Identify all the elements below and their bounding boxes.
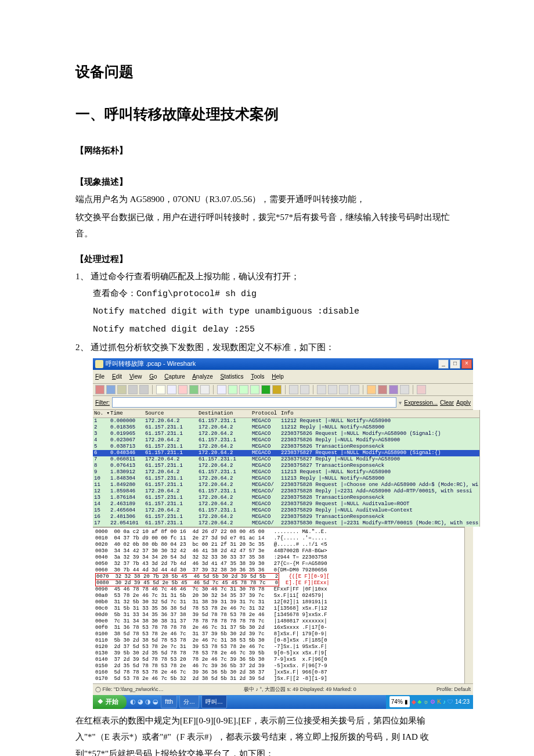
menu-tools[interactable]: Tools bbox=[251, 373, 264, 380]
tray-icon: ⚙ bbox=[430, 696, 435, 707]
tb-reload-icon[interactable] bbox=[189, 385, 199, 394]
col-info[interactable]: Info bbox=[281, 411, 478, 417]
col-proto[interactable]: Protocol bbox=[252, 411, 281, 417]
tb-cols-icon[interactable] bbox=[350, 385, 359, 394]
packet-list[interactable]: No. ▾ Time Source Destination Protocol I… bbox=[93, 410, 479, 527]
hex-scrollbar[interactable] bbox=[464, 527, 473, 683]
packet-row[interactable]: 20.01836561.157.231.1172.20.64.2MEGACO11… bbox=[93, 424, 479, 431]
tray-icon: ♣ bbox=[418, 696, 422, 707]
menu-file[interactable]: File bbox=[95, 373, 104, 380]
col-dest[interactable]: Destination bbox=[199, 411, 252, 417]
packet-row[interactable]: 142.46318961.157.231.1172.20.64.2MEGACO2… bbox=[93, 501, 479, 507]
proc-output1: Notify matched digit with type unambiguo… bbox=[75, 304, 459, 321]
menu-statistics[interactable]: Statistics bbox=[221, 373, 244, 380]
tb-zoom1-icon[interactable] bbox=[339, 385, 348, 394]
tray-icon: 🛡 bbox=[448, 696, 453, 707]
close-button[interactable]: × bbox=[461, 359, 472, 369]
tray-clock: 14:23 bbox=[455, 696, 470, 707]
tray-icon: ◆ bbox=[412, 696, 416, 707]
tb-fwd-icon[interactable] bbox=[239, 385, 248, 394]
tb-icon[interactable] bbox=[367, 385, 376, 394]
filter-clear[interactable]: Clear bbox=[440, 397, 454, 408]
filter-expression[interactable]: Expression... bbox=[404, 397, 438, 408]
col-no[interactable]: No. ▾ bbox=[94, 411, 110, 417]
tb-icon[interactable] bbox=[106, 385, 116, 394]
tb-open-icon[interactable] bbox=[156, 385, 165, 394]
heading-case: 一、呼叫转移故障处理技术案例 bbox=[75, 100, 459, 128]
packet-row[interactable]: 30.01996561.157.231.1172.20.64.2MEGACO22… bbox=[93, 431, 479, 437]
menu-edit[interactable]: Edit bbox=[112, 373, 122, 380]
menu-view[interactable]: View bbox=[129, 373, 142, 380]
tray-icon: ♪ bbox=[443, 696, 446, 707]
status-file: File: "D:\fang_zw\work\c… bbox=[103, 686, 164, 692]
task-button[interactable]: 分… bbox=[179, 695, 199, 708]
hex-pane[interactable]: 0000 00 0a c2 10 af 8f 00 16 4d 26 d7 22… bbox=[93, 527, 464, 683]
menu-analyze[interactable]: Analyze bbox=[192, 373, 213, 380]
battery-icon: 74% ▮ bbox=[389, 696, 410, 707]
wireshark-toolbar[interactable] bbox=[93, 384, 473, 396]
windows-taskbar[interactable]: ❖ 开始 ◐ ◕ ◑ ◒ ftth 分… 呼叫… 74% ▮ ◆ ♣ ☼ ⚙ K… bbox=[93, 695, 473, 709]
packet-scrollbar[interactable] bbox=[479, 410, 480, 527]
tb-icon[interactable] bbox=[289, 385, 298, 394]
start-button[interactable]: ❖ 开始 bbox=[93, 695, 127, 709]
explanation-para: 在红框表示的数图中规定为[EF][0-9][0-9E].[EF，表示前三位接受相… bbox=[75, 712, 459, 756]
menu-help[interactable]: Help bbox=[272, 373, 284, 380]
tb-help-icon[interactable] bbox=[417, 385, 426, 394]
min-button[interactable]: _ bbox=[438, 359, 449, 369]
col-source[interactable]: Source bbox=[145, 411, 199, 417]
tb-icon[interactable] bbox=[300, 385, 309, 394]
tb-icon[interactable] bbox=[389, 385, 398, 394]
menu-capture[interactable]: Capture bbox=[164, 373, 185, 380]
wireshark-titlebar: 呼叫转移故障 .pcap - Wireshark _ □ × bbox=[93, 358, 473, 370]
packet-header-row[interactable]: No. ▾ Time Source Destination Protocol I… bbox=[93, 410, 479, 418]
menu-go[interactable]: Go bbox=[149, 373, 157, 380]
packet-row[interactable]: 80.07641361.157.231.1172.20.64.2MEGACO22… bbox=[93, 463, 479, 469]
packet-row[interactable]: 40.023067172.20.64.261.157.231.1MEGACO22… bbox=[93, 437, 479, 444]
tb-icon[interactable] bbox=[128, 385, 138, 394]
desc-line2: 软交换平台数据已做，用户在进行呼叫转接时，拨完*57*后有拨号音，继续输入转接号… bbox=[75, 209, 459, 242]
tb-icon[interactable] bbox=[95, 385, 104, 394]
packet-row[interactable]: 50.03871361.157.231.1172.20.64.2MEGACO22… bbox=[93, 444, 479, 450]
wireshark-title: 呼叫转移故障 .pcap - Wireshark bbox=[106, 358, 196, 370]
packet-row[interactable]: 1722.05410161.157.231.1172.20.64.2MEGACO… bbox=[93, 520, 479, 527]
tb-icon[interactable] bbox=[117, 385, 127, 394]
desc-line1: 端点用户名为 AG58900，07ONU（R3.07.05.56），需要开通呼叫… bbox=[75, 191, 459, 208]
packet-row[interactable]: 10.000000172.20.64.261.157.231.1MEGACO11… bbox=[93, 418, 479, 424]
tb-first-icon[interactable] bbox=[261, 385, 270, 394]
section-topology: 【网络拓朴】 bbox=[75, 142, 459, 159]
packet-row[interactable]: 131.87618461.157.231.1172.20.64.2MEGACO2… bbox=[93, 495, 479, 501]
tb-icon[interactable] bbox=[139, 385, 149, 394]
tb-zoomout-icon[interactable] bbox=[328, 385, 337, 394]
tb-last-icon[interactable] bbox=[272, 385, 282, 394]
wireshark-menubar[interactable]: File Edit View Go Capture Analyze Statis… bbox=[93, 370, 473, 384]
tb-close-icon[interactable] bbox=[178, 385, 187, 394]
status-ime: 极中 ♪ °, 大圆公园 s: 49 Displayed: 49 Marked:… bbox=[244, 685, 356, 694]
tb-find-icon[interactable] bbox=[217, 385, 226, 394]
packet-row[interactable]: 60.04034661.157.231.1172.20.64.2MEGACO22… bbox=[93, 450, 479, 456]
filter-input[interactable] bbox=[112, 397, 396, 408]
col-time[interactable]: Time bbox=[110, 411, 145, 417]
packet-row[interactable]: 101.84830461.157.231.1172.20.64.2MEGACO1… bbox=[93, 476, 479, 482]
max-button[interactable]: □ bbox=[450, 359, 460, 369]
packet-row[interactable]: 91.830912172.20.64.261.157.231.1MEGACO11… bbox=[93, 469, 479, 476]
task-button-active[interactable]: 呼叫… bbox=[201, 695, 227, 708]
tb-icon[interactable] bbox=[400, 385, 409, 394]
tb-back-icon[interactable] bbox=[228, 385, 237, 394]
tray-icon: K bbox=[437, 696, 441, 707]
wireshark-app-icon bbox=[95, 360, 103, 368]
tb-goto-icon[interactable] bbox=[250, 385, 259, 394]
task-button[interactable]: ftth bbox=[161, 695, 177, 708]
filter-apply[interactable]: Apply bbox=[456, 397, 471, 408]
packet-row[interactable]: 70.060811172.20.64.261.157.231.1MEGACO22… bbox=[93, 456, 479, 463]
tb-save-icon[interactable] bbox=[167, 385, 176, 394]
tb-print-icon[interactable] bbox=[200, 385, 210, 394]
packet-row[interactable]: 152.465604172.20.64.261.157.231.1MEGACO2… bbox=[93, 507, 479, 514]
filter-label: Filter: bbox=[95, 397, 110, 408]
tb-icon[interactable] bbox=[378, 385, 387, 394]
system-tray[interactable]: 74% ▮ ◆ ♣ ☼ ⚙ K ♪ 🛡 14:23 bbox=[386, 695, 473, 709]
packet-row[interactable]: 162.48130661.157.231.1172.20.64.2MEGACO2… bbox=[93, 514, 479, 520]
tb-zoomin-icon[interactable] bbox=[317, 385, 326, 394]
tray-icon: ☼ bbox=[423, 696, 428, 707]
packet-row[interactable]: 121.859846172.20.64.261.157.231.1MEGACO/… bbox=[93, 488, 479, 495]
packet-row[interactable]: 111.84928061.157.231.1172.20.64.2MEGACO/… bbox=[93, 482, 479, 488]
